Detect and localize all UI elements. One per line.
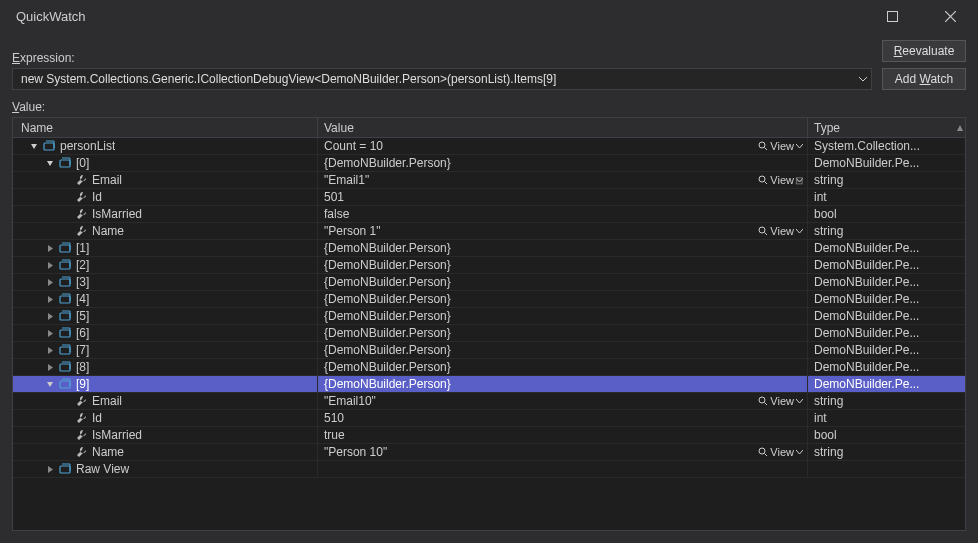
expand-toggle[interactable] bbox=[45, 311, 56, 322]
row-type: string bbox=[814, 394, 843, 408]
svg-point-13 bbox=[759, 227, 765, 233]
grid-row[interactable]: [5]{DemoNBuilder.Person}DemoNBuilder.Pe.… bbox=[13, 308, 965, 325]
expand-toggle[interactable] bbox=[45, 345, 56, 356]
chevron-down-icon bbox=[796, 144, 803, 149]
grid-body[interactable]: personListCount = 10ViewSystem.Collectio… bbox=[13, 138, 965, 530]
grid-row[interactable]: Id510int bbox=[13, 410, 965, 427]
grid-row[interactable]: [7]{DemoNBuilder.Person}DemoNBuilder.Pe.… bbox=[13, 342, 965, 359]
object-icon bbox=[58, 377, 72, 391]
grid-row[interactable]: Name"Person 1"Viewstring bbox=[13, 223, 965, 240]
grid-row[interactable]: [9]{DemoNBuilder.Person}DemoNBuilder.Pe.… bbox=[13, 376, 965, 393]
cell-name: [9] bbox=[13, 376, 318, 392]
grid-row[interactable]: Email"Email1"View⊟string bbox=[13, 172, 965, 189]
object-icon bbox=[58, 275, 72, 289]
view-button[interactable]: View bbox=[758, 395, 803, 407]
object-icon bbox=[58, 343, 72, 357]
row-name: personList bbox=[60, 139, 115, 153]
cell-type: string bbox=[808, 444, 965, 460]
add-watch-button[interactable]: Add Watch bbox=[882, 68, 966, 90]
object-icon bbox=[42, 139, 56, 153]
cell-value: {DemoNBuilder.Person} bbox=[318, 308, 808, 324]
row-value: 510 bbox=[324, 411, 344, 425]
row-value: {DemoNBuilder.Person} bbox=[324, 377, 451, 391]
cell-name: personList bbox=[13, 138, 318, 154]
view-button[interactable]: View bbox=[758, 446, 803, 458]
expand-toggle[interactable] bbox=[45, 243, 56, 254]
expand-toggle[interactable] bbox=[45, 464, 56, 475]
pin-icon[interactable]: ⊟ bbox=[795, 175, 803, 186]
cell-value: {DemoNBuilder.Person} bbox=[318, 240, 808, 256]
svg-rect-21 bbox=[60, 279, 70, 286]
col-header-value[interactable]: Value bbox=[318, 118, 808, 137]
grid-row[interactable]: [6]{DemoNBuilder.Person}DemoNBuilder.Pe.… bbox=[13, 325, 965, 342]
cell-type: System.Collection... bbox=[808, 138, 965, 154]
col-header-type[interactable]: Type ▴ bbox=[808, 118, 965, 137]
row-type: DemoNBuilder.Pe... bbox=[814, 343, 919, 357]
grid-row[interactable]: Email"Email10"Viewstring bbox=[13, 393, 965, 410]
cell-type: DemoNBuilder.Pe... bbox=[808, 257, 965, 273]
chevron-down-icon[interactable] bbox=[859, 77, 867, 82]
cell-name: [0] bbox=[13, 155, 318, 171]
expand-toggle bbox=[61, 175, 72, 186]
grid-row[interactable]: IsMarriedfalsebool bbox=[13, 206, 965, 223]
expand-toggle bbox=[61, 430, 72, 441]
row-type: DemoNBuilder.Pe... bbox=[814, 292, 919, 306]
cell-name: [5] bbox=[13, 308, 318, 324]
view-button[interactable]: View bbox=[758, 140, 803, 152]
expand-toggle[interactable] bbox=[29, 141, 40, 152]
grid-row[interactable]: [1]{DemoNBuilder.Person}DemoNBuilder.Pe.… bbox=[13, 240, 965, 257]
svg-rect-8 bbox=[60, 160, 70, 167]
cell-type: DemoNBuilder.Pe... bbox=[808, 240, 965, 256]
svg-line-45 bbox=[765, 454, 768, 457]
cell-name: [6] bbox=[13, 325, 318, 341]
reevaluate-button[interactable]: Reevaluate bbox=[882, 40, 966, 62]
grid-row[interactable]: Id501int bbox=[13, 189, 965, 206]
svg-point-11 bbox=[759, 176, 765, 182]
row-value: {DemoNBuilder.Person} bbox=[324, 360, 451, 374]
row-value: "Person 10" bbox=[324, 445, 387, 459]
svg-rect-24 bbox=[60, 296, 70, 303]
expand-toggle[interactable] bbox=[45, 260, 56, 271]
expand-toggle[interactable] bbox=[45, 328, 56, 339]
close-button[interactable] bbox=[930, 2, 970, 30]
grid-row[interactable]: personListCount = 10ViewSystem.Collectio… bbox=[13, 138, 965, 155]
expand-toggle bbox=[61, 396, 72, 407]
expand-toggle[interactable] bbox=[45, 158, 56, 169]
grid-row[interactable]: Name"Person 10"Viewstring bbox=[13, 444, 965, 461]
expand-toggle[interactable] bbox=[45, 277, 56, 288]
svg-line-43 bbox=[765, 403, 768, 406]
expand-toggle[interactable] bbox=[45, 362, 56, 373]
row-name: Name bbox=[92, 445, 124, 459]
row-type: DemoNBuilder.Pe... bbox=[814, 309, 919, 323]
cell-type: DemoNBuilder.Pe... bbox=[808, 155, 965, 171]
col-header-name[interactable]: Name bbox=[13, 118, 318, 137]
cell-type: DemoNBuilder.Pe... bbox=[808, 274, 965, 290]
maximize-button[interactable] bbox=[872, 2, 912, 30]
expand-toggle[interactable] bbox=[45, 294, 56, 305]
expand-toggle[interactable] bbox=[45, 379, 56, 390]
cell-value: "Email1"View⊟ bbox=[318, 172, 808, 188]
expression-input[interactable]: new System.Collections.Generic.ICollecti… bbox=[12, 68, 872, 90]
grid-row[interactable]: [3]{DemoNBuilder.Person}DemoNBuilder.Pe.… bbox=[13, 274, 965, 291]
cell-type: DemoNBuilder.Pe... bbox=[808, 342, 965, 358]
grid-row[interactable]: [2]{DemoNBuilder.Person}DemoNBuilder.Pe.… bbox=[13, 257, 965, 274]
row-type: DemoNBuilder.Pe... bbox=[814, 275, 919, 289]
cell-value: {DemoNBuilder.Person} bbox=[318, 155, 808, 171]
cell-type: bool bbox=[808, 206, 965, 222]
grid-row[interactable]: [8]{DemoNBuilder.Person}DemoNBuilder.Pe.… bbox=[13, 359, 965, 376]
wrench-icon bbox=[74, 445, 88, 459]
row-value: {DemoNBuilder.Person} bbox=[324, 258, 451, 272]
svg-rect-33 bbox=[60, 347, 70, 354]
scroll-up-icon[interactable]: ▴ bbox=[957, 120, 963, 134]
row-name: Email bbox=[92, 394, 122, 408]
cell-name: [4] bbox=[13, 291, 318, 307]
grid-row[interactable]: IsMarriedtruebool bbox=[13, 427, 965, 444]
grid-row[interactable]: [4]{DemoNBuilder.Person}DemoNBuilder.Pe.… bbox=[13, 291, 965, 308]
row-name: [3] bbox=[76, 275, 89, 289]
view-button[interactable]: View bbox=[758, 225, 803, 237]
cell-value: 501 bbox=[318, 189, 808, 205]
svg-rect-27 bbox=[60, 313, 70, 320]
grid-row[interactable]: Raw View bbox=[13, 461, 965, 478]
row-type: DemoNBuilder.Pe... bbox=[814, 360, 919, 374]
grid-row[interactable]: [0]{DemoNBuilder.Person}DemoNBuilder.Pe.… bbox=[13, 155, 965, 172]
